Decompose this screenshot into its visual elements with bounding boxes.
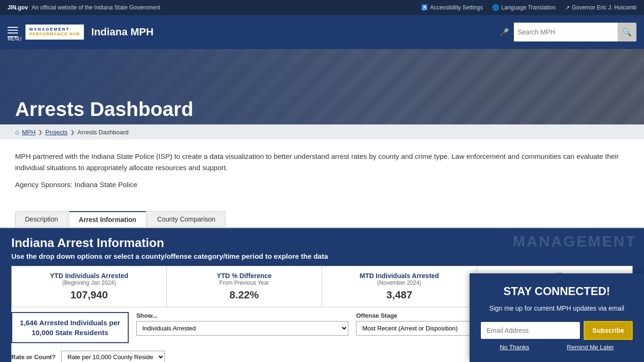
show-label: Show... — [136, 312, 349, 319]
breadcrumb-sep-1: ❯ — [38, 129, 42, 135]
breadcrumb-sep-2: ❯ — [70, 129, 74, 135]
subscribe-button[interactable]: Subscribe — [584, 321, 633, 340]
stat-ytd-arrested: YTD Individuals Arrested (Beginning Jan … — [12, 266, 167, 307]
tabs-bar: Description Arrest Information County Co… — [0, 211, 644, 228]
stat-mtd-arrested-label: MTD Individuals Arrested — [330, 272, 469, 280]
agency-text: Agency Sponsors: Indiana State Police — [15, 179, 629, 190]
breadcrumb-home[interactable]: MPH — [22, 129, 35, 136]
external-link-icon: ➚ — [565, 4, 570, 11]
popup-description: Sign me up for current MPH updates via e… — [481, 304, 633, 313]
show-control: Show... Individuals Arrested Arrest Coun… — [136, 312, 349, 336]
globe-icon: 🌐 — [492, 4, 499, 11]
hero-content: Arrests Dashboard — [0, 90, 208, 124]
top-bar-left: JIN.gov An official website of the India… — [8, 4, 160, 11]
stat-ytd-diff-label: YTD % Difference — [174, 272, 314, 280]
stat-mtd-arrested: MTD Individuals Arrested (November 2024)… — [322, 266, 477, 307]
show-select[interactable]: Individuals Arrested Arrest Count Rate p… — [136, 321, 349, 336]
rate-label: Rate or Count? — [11, 354, 56, 361]
no-thanks-button[interactable]: No Thanks — [500, 344, 529, 351]
mic-button[interactable]: 🎤 — [495, 23, 514, 41]
email-input[interactable] — [481, 322, 580, 339]
popup-links: No Thanks Remind Me Later — [481, 344, 633, 351]
stat-mtd-arrested-sublabel: (November 2024) — [330, 280, 469, 286]
accessibility-icon: ♿ — [421, 4, 428, 11]
logo-box: MANAGEMENT PERFORMANCE HUB — [25, 25, 84, 40]
remind-later-button[interactable]: Remind Me Later — [567, 344, 614, 351]
tab-county-comparison[interactable]: County Comparison — [147, 211, 225, 227]
hamburger-line — [8, 30, 18, 31]
stay-connected-popup: STAY CONNECTED! Sign me up for current M… — [470, 273, 644, 362]
home-icon: ⌂ — [15, 128, 19, 136]
tab-arrest-information[interactable]: Arrest Information — [69, 211, 146, 227]
stat-ytd-arrested-label: YTD Individuals Arrested — [19, 272, 159, 280]
search-input[interactable] — [514, 28, 618, 36]
state-resident-highlight: 1,646 Arrested Individuals per10,000 Sta… — [11, 312, 129, 343]
tab-description[interactable]: Description — [15, 211, 68, 227]
logo-bottom: PERFORMANCE HUB — [29, 32, 80, 37]
governor-link[interactable]: ➚ Governor Eric J. Holcomb — [565, 4, 636, 11]
popup-title: STAY CONNECTED! — [481, 285, 633, 298]
main-nav: MENU MANAGEMENT PERFORMANCE HUB Indiana … — [0, 15, 644, 49]
stat-ytd-arrested-value: 107,940 — [19, 289, 159, 301]
page-title: Arrests Dashboard — [15, 98, 193, 121]
breadcrumb: ⌂ MPH ❯ Projects ❯ Arrests Dashboard — [0, 124, 644, 140]
jin-gov-link: JIN.gov — [8, 4, 28, 11]
menu-button[interactable]: MENU — [8, 27, 18, 37]
dashboard-subtitle: Use the drop down options or select a co… — [11, 252, 633, 260]
top-bar: JIN.gov An official website of the India… — [0, 0, 644, 15]
stat-ytd-arrested-sublabel: (Beginning Jan 2024) — [19, 280, 159, 286]
official-text: An official website of the Indiana State… — [32, 4, 160, 11]
stat-ytd-diff: YTD % Difference From Previous Year 8.22… — [167, 266, 322, 307]
description-section: MPH partnered with the Indiana State Pol… — [0, 140, 644, 204]
hero-section: Arrests Dashboard — [0, 49, 644, 124]
menu-label: MENU — [8, 36, 18, 37]
top-bar-right: ♿ Accessibility Settings 🌐 Language Tran… — [421, 4, 636, 11]
nav-logo[interactable]: MANAGEMENT PERFORMANCE HUB Indiana MPH — [25, 25, 154, 40]
popup-email-row: Subscribe — [481, 321, 633, 340]
stat-mtd-arrested-value: 3,487 — [330, 289, 469, 301]
breadcrumb-current: Arrests Dashboard — [77, 129, 128, 136]
breadcrumb-projects[interactable]: Projects — [45, 129, 67, 136]
accessibility-link[interactable]: ♿ Accessibility Settings — [421, 4, 483, 11]
description-text: MPH partnered with the Indiana State Pol… — [15, 151, 629, 173]
watermark: MANAGEMENT — [512, 233, 636, 250]
language-link[interactable]: 🌐 Language Translation — [492, 4, 555, 11]
hamburger-line — [8, 27, 18, 28]
stat-ytd-diff-sublabel: From Previous Year — [174, 280, 314, 286]
search-button[interactable]: 🔍 — [618, 23, 636, 41]
hamburger-line — [8, 33, 18, 33]
search-bar: 🎤 🔍 — [495, 23, 636, 41]
stat-ytd-diff-value: 8.22% — [174, 289, 314, 301]
rate-select[interactable]: Rate per 10,000 County Residents Count — [61, 351, 165, 362]
site-title: Indiana MPH — [91, 26, 154, 38]
